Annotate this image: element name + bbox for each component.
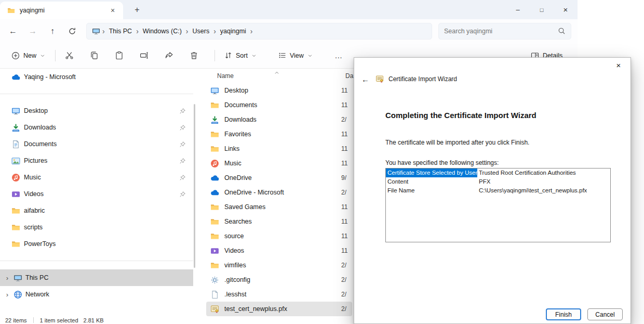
file-row-favorites[interactable]: Favorites11 <box>206 127 352 141</box>
dialog-back-button[interactable]: ← <box>361 75 371 84</box>
cloud-icon <box>210 174 219 183</box>
file-name: .lesshst <box>224 291 246 298</box>
file-row-source[interactable]: source11 <box>206 229 352 243</box>
rename-button[interactable] <box>135 47 153 64</box>
refresh-button[interactable] <box>62 22 82 40</box>
paste-button[interactable] <box>110 47 128 64</box>
chevron-right-icon: › <box>100 27 107 35</box>
file-row-gitconfig[interactable]: .gitconfig2/ <box>206 273 352 287</box>
file-name: vimfiles <box>224 262 246 269</box>
sidebar-item-music[interactable]: Music <box>0 169 193 186</box>
tab-close-icon[interactable]: × <box>106 4 119 17</box>
file-row-test-cert-newplus-pfx[interactable]: test_cert_newplus.pfx2/ <box>206 302 352 316</box>
up-button[interactable]: ↑ <box>43 22 62 40</box>
breadcrumb-item-yaqingmi[interactable]: yaqingmi <box>218 27 248 36</box>
file-date: 9/ <box>341 174 346 182</box>
breadcrumb-item-windows-c[interactable]: Windows (C:) <box>141 27 184 36</box>
cancel-button[interactable]: Cancel <box>587 308 623 320</box>
cut-button[interactable] <box>60 47 78 64</box>
delete-button[interactable] <box>185 47 203 64</box>
trash-icon <box>190 51 198 60</box>
selection-count: 1 item selected <box>40 317 78 323</box>
explorer-tab[interactable]: yaqingmi × <box>0 2 123 19</box>
sidebar-item-this-pc[interactable]: ›This PC <box>0 269 193 286</box>
setting-key: Certificate Store Selected by User <box>386 169 477 177</box>
settings-list[interactable]: Certificate Store Selected by UserTruste… <box>385 168 611 242</box>
forward-button[interactable]: → <box>23 22 43 40</box>
chevron-down-icon <box>40 53 45 58</box>
more-options-button[interactable]: … <box>330 47 347 64</box>
toolbar-divider <box>214 50 215 61</box>
folder-icon <box>11 206 20 215</box>
breadcrumb: ›This PC›Windows (C:)›Users›yaqingmi› <box>100 27 255 36</box>
address-bar[interactable]: ›This PC›Windows (C:)›Users›yaqingmi› <box>86 23 432 40</box>
sort-ascending-icon <box>274 70 280 76</box>
sidebar-item-aifabric[interactable]: aifabric <box>0 202 193 219</box>
setting-value: Trusted Root Certification Authorities <box>477 169 576 177</box>
quick-access-list: DesktopDownloadsDocumentsPicturesMusicVi… <box>0 102 193 252</box>
file-row-documents[interactable]: Documents11 <box>206 98 352 112</box>
sidebar-item-network[interactable]: ›Network <box>0 286 193 303</box>
new-tab-button[interactable]: + <box>129 2 145 18</box>
file-date: 11 <box>341 87 347 94</box>
cloud-icon <box>11 73 20 82</box>
breadcrumb-item-users[interactable]: Users <box>190 27 211 36</box>
settings-row-file-name[interactable]: File NameC:\Users\yaqingmi\test_cert_new… <box>386 186 610 195</box>
item-count: 22 items <box>5 317 27 323</box>
search-box[interactable]: Search yaqingmi <box>438 23 571 40</box>
chevron-expand-icon[interactable]: › <box>4 291 10 299</box>
close-button[interactable]: × <box>554 0 578 19</box>
copy-button[interactable] <box>85 47 103 64</box>
file-row-vimfiles[interactable]: vimfiles2/ <box>206 258 352 273</box>
view-button[interactable]: View <box>274 47 317 64</box>
settings-row-certificate-store-selected-by-user[interactable]: Certificate Store Selected by UserTruste… <box>386 169 610 177</box>
share-button[interactable] <box>160 47 178 64</box>
folder-icon <box>210 261 219 270</box>
sidebar-item-desktop[interactable]: Desktop <box>0 102 193 119</box>
pin-icon <box>179 158 186 164</box>
music-icon <box>11 173 20 182</box>
dialog-close-icon[interactable]: × <box>611 59 626 71</box>
desktop-icon <box>11 107 20 115</box>
navigation-bar: ← → ↑ ›This PC›Windows (C:)›Users›yaqing… <box>0 19 578 43</box>
pin-icon <box>179 124 186 131</box>
file-row-videos[interactable]: Videos11 <box>206 243 352 258</box>
sidebar-item-pictures[interactable]: Pictures <box>0 152 193 169</box>
sidebar-item-onedrive[interactable]: Yaqing - Microsoft <box>0 69 193 85</box>
file-row-links[interactable]: Links11 <box>206 141 352 156</box>
dialog-title-bar[interactable]: × <box>354 58 630 71</box>
new-button[interactable]: New <box>6 47 50 64</box>
chevron-expand-icon[interactable]: › <box>4 274 10 282</box>
settings-row-content[interactable]: ContentPFX <box>386 177 610 186</box>
file-name: OneDrive - Microsoft <box>224 189 284 196</box>
file-row-music[interactable]: Music11 <box>206 156 352 171</box>
column-header-date[interactable]: Da <box>345 72 353 80</box>
back-button[interactable]: ← <box>3 22 23 40</box>
file-row-downloads[interactable]: Downloads2/ <box>206 112 352 127</box>
breadcrumb-item-this-pc[interactable]: This PC <box>107 27 134 36</box>
wizard-content: Completing the Certificate Import Wizard… <box>354 111 630 242</box>
chevron-down-icon <box>251 53 257 58</box>
folder-icon <box>210 203 219 212</box>
minimize-button[interactable]: – <box>506 0 530 19</box>
maximize-button[interactable]: □ <box>530 0 554 19</box>
sidebar-item-scripts[interactable]: scripts <box>0 219 193 236</box>
sidebar-item-downloads[interactable]: Downloads <box>0 119 193 136</box>
finish-button[interactable]: Finish <box>546 308 581 320</box>
sort-button[interactable]: Sort <box>220 47 261 64</box>
file-row-lesshst[interactable]: .lesshst2/ <box>206 287 352 302</box>
file-row-desktop[interactable]: Desktop11 <box>206 83 352 98</box>
sidebar-item-videos[interactable]: Videos <box>0 186 193 202</box>
sidebar-divider <box>0 94 193 94</box>
file-date: 11 <box>341 160 347 167</box>
search-icon <box>558 27 566 35</box>
sidebar-item-documents[interactable]: Documents <box>0 136 193 152</box>
column-header-name[interactable]: Name <box>217 72 234 80</box>
file-name: Favorites <box>224 131 251 138</box>
file-row-saved-games[interactable]: Saved Games11 <box>206 200 352 214</box>
file-row-searches[interactable]: Searches11 <box>206 214 352 229</box>
sidebar-item-powertoys[interactable]: PowerToys <box>0 236 193 252</box>
file-row-onedrive-microsoft[interactable]: OneDrive - Microsoft2/ <box>206 185 352 200</box>
file-name: Music <box>224 160 242 167</box>
file-row-onedrive[interactable]: OneDrive9/ <box>206 171 352 185</box>
